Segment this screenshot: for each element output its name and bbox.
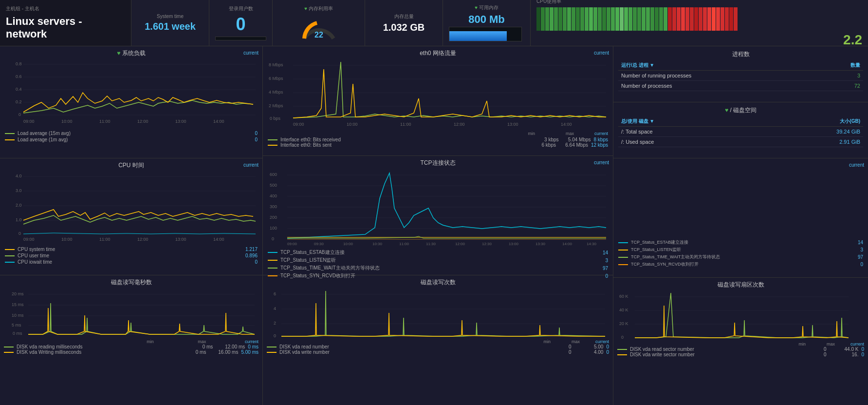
svg-text:09:00: 09:00	[23, 237, 35, 242]
tcp-title: TCP连接状态	[268, 159, 608, 167]
disk-write-sector-min: 0	[802, 352, 826, 357]
tcp-listen-line	[268, 260, 277, 261]
disk-read-sector-max: 44.0 K	[829, 347, 858, 352]
system-time-value: 1.601 week	[137, 21, 203, 32]
svg-text:10 ms: 10 ms	[12, 313, 24, 318]
disk-space-col1[interactable]: 总/使用 磁盘 ▼	[618, 116, 757, 127]
disk-ms-min-label: min	[125, 339, 154, 344]
disk-write-num-min: 0	[547, 349, 571, 355]
svg-text:0: 0	[621, 335, 624, 340]
tcp-estab-label: TCP_Status_ESTAB建立连接	[280, 249, 600, 256]
svg-text:12:30: 12:30	[482, 242, 492, 246]
svg-text:11:00: 11:00	[400, 122, 411, 127]
svg-text:10:30: 10:30	[372, 242, 383, 246]
svg-text:0.2: 0.2	[16, 99, 22, 104]
svg-text:11:30: 11:30	[426, 242, 436, 246]
main-title: Linux servers - network	[6, 15, 125, 40]
load-1m-label: Load average (1m avg)	[18, 137, 252, 142]
title-section: 主机组 - 主机名 Linux servers - network	[0, 0, 131, 46]
memory-rate-label: ♥ 内存利用率	[304, 5, 333, 12]
eth0-received-legend: Interface eth0: Bits received 3 kbps 5.0…	[268, 137, 608, 142]
tcp-timewait-label: TCP_Status_TIME_WAIT主动关闭方等待状态	[280, 265, 600, 271]
process-row2-value: 72	[822, 81, 863, 91]
memory-avail-value: 800 Mb	[449, 13, 524, 26]
tcp-timewait-line	[268, 268, 277, 269]
tcp-synrcvd-r-line	[618, 264, 628, 265]
load-15m-current: 0	[255, 131, 258, 136]
eth0-title: eth0 网络流量	[268, 49, 608, 58]
disk-read-num-legend: DISK vda read number 0 5.00 0	[267, 344, 609, 349]
processes-col2: 数量	[822, 60, 863, 71]
svg-text:13:00: 13:00	[175, 237, 186, 242]
memory-total-value: 1.032 GB	[371, 22, 437, 33]
cpu-time-legend: CPU system time 1.217 CPU user time 0.89…	[5, 247, 258, 265]
svg-text:11:00: 11:00	[99, 119, 111, 124]
tcp-timewait-current: 97	[603, 266, 608, 271]
load-1m-current: 0	[255, 137, 258, 142]
right-column: 进程数 运行/总 进程 ▼ 数量 Number of running proce…	[613, 46, 868, 405]
svg-text:6: 6	[274, 291, 276, 296]
svg-text:10:00: 10:00	[61, 119, 73, 124]
svg-text:60 K: 60 K	[619, 294, 628, 299]
disk-reading-label: DISK vda reading milliseconds	[17, 344, 185, 349]
memory-avail-section: ♥ 可用内存 800 Mb	[443, 0, 531, 46]
tcp-legend: TCP_Status_ESTAB建立连接 14 TCP_Status_LISTE…	[268, 249, 608, 279]
svg-text:2 Mbps: 2 Mbps	[269, 103, 283, 108]
disk-ms-title: 磁盘读写毫秒数	[4, 278, 259, 287]
svg-text:8 Mbps: 8 Mbps	[269, 62, 283, 67]
system-load-current-label: current	[243, 50, 259, 56]
svg-text:200: 200	[270, 215, 277, 220]
disk-write-num-current: 0	[606, 349, 609, 355]
svg-text:10:00: 10:00	[347, 122, 358, 127]
disk-reading-line	[4, 347, 14, 347]
process-row2-label: Number of processes	[618, 81, 822, 91]
table-row: Number of running processes 3	[618, 71, 863, 81]
tcp-current-label: current	[594, 160, 609, 165]
cpu-time-panel: CPU 时间 4.0 3.0 2.0 1.0 0	[0, 158, 262, 275]
svg-text:0 ms: 0 ms	[13, 331, 22, 336]
disk-write-num-max: 4.00	[574, 349, 603, 355]
processes-col1[interactable]: 运行/总 进程 ▼	[618, 60, 822, 71]
svg-text:5 ms: 5 ms	[12, 323, 21, 328]
svg-text:12:00: 12:00	[454, 122, 465, 127]
disk-reading-min: 0 ms	[188, 344, 213, 349]
disk-read-num-current: 0	[606, 344, 609, 349]
svg-text:0.6: 0.6	[16, 74, 22, 79]
disk-ms-max-label: max	[177, 339, 206, 344]
disk-rw-count-title: 磁盘读写次数	[267, 278, 609, 287]
disk-read-num-max: 5.00	[574, 344, 603, 349]
main-content: ♥ 系统负载 0.8 0.6 0.4 0.2 0	[0, 46, 868, 405]
svg-text:12:00: 12:00	[137, 119, 148, 124]
login-users-value: 0	[215, 14, 266, 35]
disk-writing-line	[4, 352, 14, 353]
cpu-system-line	[5, 249, 15, 250]
svg-text:13:00: 13:00	[509, 242, 519, 246]
disk-sector-panel: 磁盘读写扇区次数 60 K 40 K 20 K 0 09:00 10:00 11…	[613, 278, 868, 405]
svg-text:4: 4	[274, 306, 276, 311]
disk-rw-count-chart: 6 4 2 0 09:00 10:00 11:00 12:00 13:00 14…	[267, 289, 608, 337]
svg-text:12:00: 12:00	[137, 237, 148, 242]
disk-write-sector-label: DISK vda write sector number	[630, 352, 799, 357]
login-users-label: 登录用户数	[215, 5, 266, 12]
svg-text:100: 100	[270, 226, 277, 231]
cpu-usage-label: CPU使用率	[536, 0, 561, 5]
svg-text:09:00: 09:00	[23, 119, 35, 124]
disk-reading-max: 12.00 ms	[216, 344, 245, 349]
cpu-time-chart: 4.0 3.0 2.0 1.0 0 09:00 10:00	[5, 172, 258, 244]
disk-space-col2: 大小(GB)	[757, 116, 863, 127]
eth0-sent-max: 6.64 Mbps	[559, 142, 588, 148]
login-users-section: 登录用户数 0	[209, 0, 273, 46]
cpu-iowait-line	[5, 262, 15, 263]
eth0-received-min: 3 kbps	[535, 137, 559, 142]
tcp-listen-r-line	[618, 250, 628, 251]
disk-read-sector-current: 0	[861, 347, 864, 352]
processes-table: 运行/总 进程 ▼ 数量 Number of running processes…	[618, 60, 863, 91]
disk-write-num-line	[267, 352, 277, 353]
disk-total-value: 39.24 GiB	[757, 127, 863, 137]
svg-text:0: 0	[274, 333, 276, 337]
processes-title: 进程数	[618, 50, 863, 58]
disk-reading-legend: DISK vda reading milliseconds 0 ms 12.00…	[4, 344, 259, 349]
eth0-sent-line	[268, 145, 277, 146]
cpu-user-label: CPU user time	[18, 253, 242, 258]
cpu-usage-section: CPU使用率 // Will be rendered by inline sty…	[531, 0, 868, 46]
